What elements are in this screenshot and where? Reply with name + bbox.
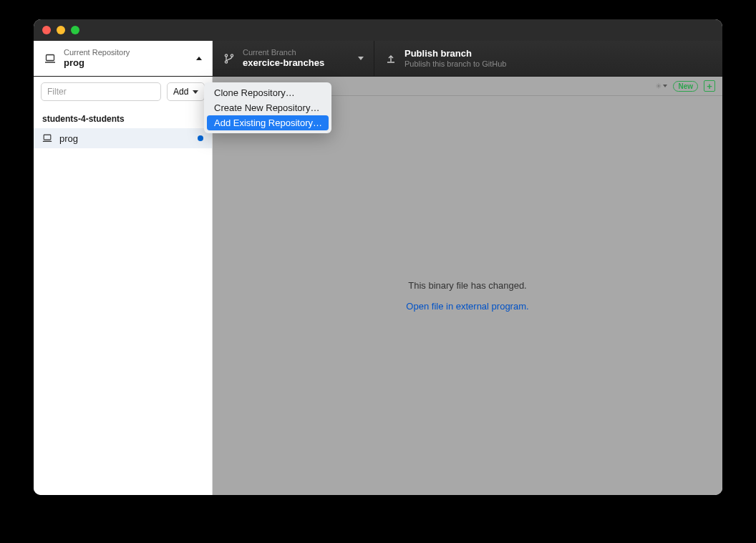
git-branch-icon [223, 52, 236, 65]
diff-settings-button[interactable] [656, 80, 667, 92]
repo-label: Current Repository [64, 48, 130, 57]
repo-list-item[interactable]: prog [34, 128, 212, 148]
current-repo-indicator-icon [198, 135, 203, 141]
titlebar[interactable] [34, 19, 722, 41]
publish-subtitle: Publish this branch to GitHub [404, 59, 506, 69]
add-button-label: Add [173, 87, 188, 97]
binary-file-message: This binary file has changed. [408, 280, 526, 291]
svg-point-5 [658, 85, 659, 87]
branch-label: Current Branch [243, 48, 324, 57]
add-repository-button[interactable]: Add [167, 82, 205, 101]
chevron-up-icon [196, 57, 202, 60]
chevron-down-icon [663, 85, 667, 87]
menu-item-create-new[interactable]: Create New Repository… [207, 100, 329, 115]
publish-title: Publish branch [404, 48, 506, 59]
maximize-window-button[interactable] [71, 26, 79, 34]
add-dropdown-menu: Clone Repository… Create New Repository…… [204, 82, 331, 133]
app-window: Current Repository prog Current Branch e… [34, 19, 722, 495]
close-window-button[interactable] [42, 26, 51, 34]
chevron-down-icon [193, 90, 198, 94]
new-badge: New [673, 81, 698, 92]
open-external-link[interactable]: Open file in external program. [406, 301, 528, 312]
menu-item-clone[interactable]: Clone Repository… [207, 85, 329, 100]
svg-rect-0 [47, 54, 54, 60]
current-repository-dropdown[interactable]: Current Repository prog [34, 41, 213, 76]
filter-input[interactable] [41, 82, 161, 101]
menu-item-add-existing[interactable]: Add Existing Repository… [207, 115, 329, 130]
publish-branch-button[interactable]: Publish branch Publish this branch to Gi… [374, 41, 722, 76]
sidebar-controls: Add [34, 77, 212, 107]
expand-diff-button[interactable]: + [704, 80, 715, 92]
toolbar: Current Repository prog Current Branch e… [34, 41, 722, 77]
branch-value: exercice-branches [243, 57, 324, 69]
chevron-down-icon [358, 57, 364, 60]
repository-list-sidebar: Add students-4-students prog [34, 77, 213, 495]
svg-point-3 [231, 54, 233, 56]
svg-rect-4 [44, 135, 51, 140]
svg-point-1 [225, 54, 227, 56]
laptop-icon [44, 52, 57, 65]
repo-item-name: prog [59, 133, 78, 144]
main-content-area: New + This binary file has changed. Open… [213, 77, 722, 495]
repo-value: prog [64, 57, 130, 69]
body-area: Add students-4-students prog [34, 77, 722, 495]
repo-group-label: students-4-students [34, 107, 212, 128]
current-branch-dropdown[interactable]: Current Branch exercice-branches [213, 41, 374, 76]
laptop-icon [42, 133, 52, 143]
minimize-window-button[interactable] [57, 26, 65, 34]
diff-content: This binary file has changed. Open file … [213, 96, 722, 495]
svg-point-2 [225, 60, 227, 62]
upload-icon [384, 52, 397, 65]
